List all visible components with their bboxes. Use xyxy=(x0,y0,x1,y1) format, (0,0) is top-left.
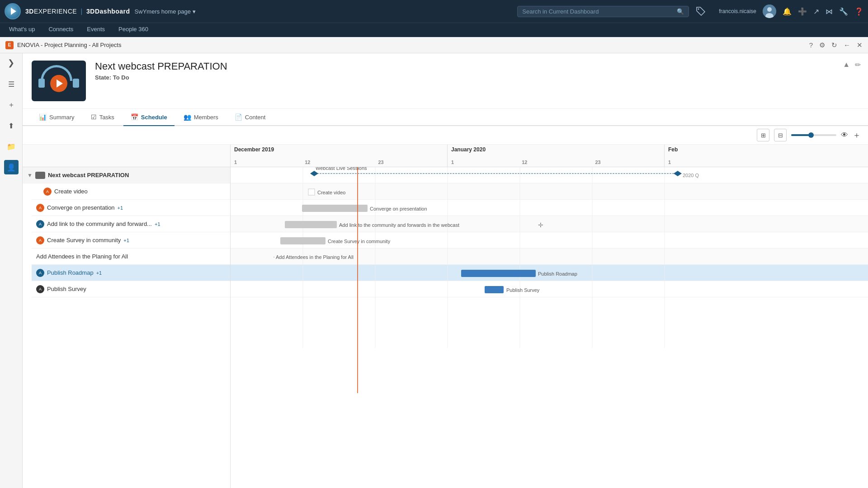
project-info: Next webcast PREPARATION State: To Do ▲ … xyxy=(23,53,868,109)
roadmap-bar[interactable] xyxy=(461,270,536,277)
add-icon[interactable]: ➕ xyxy=(798,7,807,16)
close-button[interactable]: ✕ xyxy=(857,41,863,49)
task-avatar-create-video: A xyxy=(43,188,52,196)
create-video-label: Create video xyxy=(317,190,345,195)
tab-content[interactable]: 📄 Content xyxy=(227,109,273,126)
task-row-parent: ▼ Next webcast PREPARATION xyxy=(23,167,230,183)
refresh-button[interactable]: ↻ xyxy=(831,41,837,49)
search-icon: 🔍 xyxy=(677,8,684,15)
january-days: 1 12 23 xyxy=(451,160,601,165)
webcast-sessions-label: Webcast Live Sessions xyxy=(316,167,367,171)
roadmap-label: Publish Roadmap xyxy=(538,271,577,277)
main-area: E ENOVIA - Project Planning - All Projec… xyxy=(0,37,868,488)
task-row-publish-roadmap[interactable]: A Publish Roadmap +1 xyxy=(32,265,230,281)
network-icon[interactable]: ⋈ xyxy=(826,7,833,16)
tab-tasks[interactable]: ☑ Tasks xyxy=(84,109,122,126)
brand-text: 3DEXPERIENCE | 3DDashboard xyxy=(25,8,130,15)
eye-button[interactable]: 👁 xyxy=(841,131,848,139)
svg-point-0 xyxy=(698,9,699,10)
nav-whatsup[interactable]: What's up xyxy=(9,26,35,34)
gantt-svg: Create video Converge on presentation Ad… xyxy=(231,167,710,348)
app-logo[interactable] xyxy=(5,3,21,19)
content-wrapper: ❯ ☰ ＋ ⬆ 📁 👤 xyxy=(0,53,868,488)
share-icon[interactable]: ↗ xyxy=(813,7,819,16)
home-page-label[interactable]: SwYmers home page ▾ xyxy=(135,8,196,15)
nav-people360[interactable]: People 360 xyxy=(118,26,148,34)
camera-icon xyxy=(35,172,45,179)
project-header-bar: E ENOVIA - Project Planning - All Projec… xyxy=(0,37,868,53)
project-state: State: To Do xyxy=(95,74,859,81)
tab-schedule[interactable]: 📅 Schedule xyxy=(123,109,175,126)
quarter-label: 2020 Q xyxy=(683,173,699,178)
drag-handle[interactable]: ✛ xyxy=(538,221,543,229)
survey-bar[interactable] xyxy=(280,237,326,244)
task-row-converge[interactable]: A Converge on presentation +1 xyxy=(32,200,230,216)
search-input[interactable] xyxy=(522,8,673,15)
task-row-create-video[interactable]: A Create video xyxy=(32,183,230,200)
gantt-task-header xyxy=(23,145,230,167)
month-december: December 2019 1 12 23 xyxy=(231,145,448,167)
project-details: Next webcast PREPARATION State: To Do xyxy=(95,61,859,81)
month-feb: Feb 1 xyxy=(665,145,710,167)
task-row-attendees[interactable]: Add Attendees in the Planing for All xyxy=(32,249,230,265)
notification-icon[interactable]: 🔔 xyxy=(783,7,792,16)
publish-survey-bar[interactable] xyxy=(485,286,504,293)
publish-survey-label: Publish Survey xyxy=(506,287,540,293)
survey-label: Create Survey in community xyxy=(328,239,391,244)
task-row-publish-survey[interactable]: A Publish Survey xyxy=(32,281,230,297)
indent-spacer xyxy=(36,188,41,195)
settings-button[interactable]: ⚙ xyxy=(819,41,825,49)
task-row-survey[interactable]: A Create Survey in community +1 xyxy=(32,232,230,249)
card-view-button[interactable]: ⊟ xyxy=(774,129,787,141)
zoom-slider[interactable] xyxy=(791,134,836,136)
tasks-icon: ☑ xyxy=(91,113,97,121)
add-task-button[interactable]: ＋ xyxy=(853,130,861,141)
task-avatar-converge: A xyxy=(36,204,44,212)
back-button[interactable]: ← xyxy=(844,41,850,49)
schedule-toolbar: ⊞ ⊟ 👁 ＋ xyxy=(23,126,868,145)
sidebar-folder-icon[interactable]: 📁 xyxy=(4,139,19,154)
gantt-task-list: ▼ Next webcast PREPARATION A Create vide… xyxy=(23,167,230,297)
project-name: Next webcast PREPARATION xyxy=(95,61,859,72)
tab-summary[interactable]: 📊 Summary xyxy=(32,109,82,126)
sidebar-menu-icon[interactable]: ☰ xyxy=(4,77,19,91)
project-edit-icon[interactable]: ✏ xyxy=(855,61,861,69)
help-icon[interactable]: ❓ xyxy=(854,7,863,16)
tag-button[interactable] xyxy=(693,4,708,19)
header-actions: ? ⚙ ↻ ← ✕ xyxy=(809,41,863,49)
converge-label: Converge on presentation xyxy=(370,206,427,211)
members-icon: 👥 xyxy=(184,113,191,121)
help-button[interactable]: ? xyxy=(809,41,813,49)
gantt-area: ▼ Next webcast PREPARATION A Create vide… xyxy=(23,145,868,488)
expand-arrow[interactable]: ▼ xyxy=(27,172,33,178)
month-january: January 2020 1 12 23 xyxy=(448,145,665,167)
sidebar-upload-icon[interactable]: ⬆ xyxy=(4,118,19,133)
project-thumbnail xyxy=(32,61,86,101)
svg-point-2 xyxy=(767,7,772,12)
task-row-add-link[interactable]: A Add link to the community and forward.… xyxy=(32,216,230,232)
left-sidebar: ❯ ☰ ＋ ⬆ 📁 👤 xyxy=(0,53,23,488)
main-panel: Next webcast PREPARATION State: To Do ▲ … xyxy=(23,53,868,488)
list-view-button[interactable]: ⊞ xyxy=(757,129,769,141)
task-avatar-survey: A xyxy=(36,236,44,244)
user-avatar[interactable] xyxy=(763,5,776,18)
nav-events[interactable]: Events xyxy=(87,26,105,34)
tabs-bar: 📊 Summary ☑ Tasks 📅 Schedule 👥 Members 📄 xyxy=(23,109,868,126)
add-link-bar[interactable] xyxy=(285,221,337,228)
tab-members[interactable]: 👥 Members xyxy=(176,109,226,126)
december-days: 1 12 23 xyxy=(234,160,384,165)
task-avatar-add-link: A xyxy=(36,220,44,228)
user-name: francois.nicaise xyxy=(719,8,756,14)
nav-connects[interactable]: Connects xyxy=(48,26,73,34)
tools-icon[interactable]: 🔧 xyxy=(839,7,848,16)
content-icon: 📄 xyxy=(235,113,242,121)
create-video-checkbox[interactable] xyxy=(308,189,315,195)
project-collapse-icon[interactable]: ▲ xyxy=(843,61,850,69)
project-breadcrumb: ENOVIA - Project Planning - All Projects xyxy=(17,42,121,48)
task-avatar-publish-survey: A xyxy=(36,285,44,293)
sidebar-expand[interactable]: ❯ xyxy=(8,58,14,68)
sidebar-add-icon[interactable]: ＋ xyxy=(4,98,19,112)
search-bar[interactable]: 🔍 xyxy=(517,6,689,17)
summary-icon: 📊 xyxy=(39,113,47,121)
sidebar-user-icon[interactable]: 👤 xyxy=(4,160,19,174)
